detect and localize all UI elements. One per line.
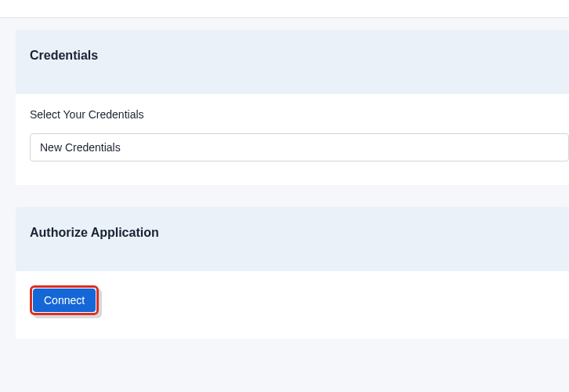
credentials-body: Select Your Credentials New Credentials [16,94,569,185]
connect-highlight: Connect [30,285,99,315]
authorize-card: Authorize Application Connect [16,207,569,339]
authorize-body: Connect [16,271,569,339]
connect-button[interactable]: Connect [33,289,96,312]
credentials-title: Credentials [30,49,555,63]
authorize-header: Authorize Application [16,207,569,271]
credentials-card: Credentials Select Your Credentials New … [16,30,569,185]
credentials-select-value: New Credentials [40,141,121,154]
authorize-title: Authorize Application [30,226,555,240]
select-credentials-label: Select Your Credentials [30,108,569,121]
content-area: Credentials Select Your Credentials New … [0,18,569,372]
top-bar [0,0,569,18]
credentials-select[interactable]: New Credentials [30,133,569,162]
credentials-header: Credentials [16,30,569,94]
